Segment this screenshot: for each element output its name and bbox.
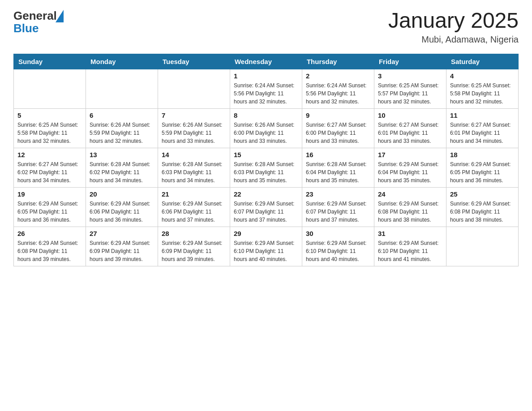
day-info: Sunrise: 6:24 AM Sunset: 5:56 PM Dayligh… [306,81,370,106]
day-info: Sunrise: 6:25 AM Sunset: 5:58 PM Dayligh… [17,121,82,145]
calendar-cell: 6Sunrise: 6:26 AM Sunset: 5:59 PM Daylig… [86,108,158,148]
day-number: 15 [234,151,298,158]
day-info: Sunrise: 6:29 AM Sunset: 6:10 PM Dayligh… [234,239,298,263]
calendar-cell: 10Sunrise: 6:27 AM Sunset: 6:01 PM Dayli… [374,108,446,148]
day-number: 13 [90,151,154,158]
day-number: 21 [162,190,226,198]
day-info: Sunrise: 6:28 AM Sunset: 6:04 PM Dayligh… [306,160,370,184]
day-number: 20 [90,190,154,198]
calendar-cell: 3Sunrise: 6:25 AM Sunset: 5:57 PM Daylig… [374,69,446,108]
day-info: Sunrise: 6:26 AM Sunset: 5:59 PM Dayligh… [90,121,154,145]
calendar-cell [86,69,158,108]
day-info: Sunrise: 6:29 AM Sunset: 6:09 PM Dayligh… [90,239,154,263]
day-number: 24 [378,190,442,198]
calendar-cell: 11Sunrise: 6:27 AM Sunset: 6:01 PM Dayli… [446,108,518,148]
day-number: 17 [378,151,442,158]
calendar-cell: 27Sunrise: 6:29 AM Sunset: 6:09 PM Dayli… [86,227,158,266]
day-info: Sunrise: 6:29 AM Sunset: 6:08 PM Dayligh… [450,200,515,224]
calendar-week-row: 5Sunrise: 6:25 AM Sunset: 5:58 PM Daylig… [14,108,519,148]
day-number: 12 [17,151,82,158]
calendar-cell: 24Sunrise: 6:29 AM Sunset: 6:08 PM Dayli… [374,187,446,227]
calendar-cell [14,69,86,108]
day-number: 2 [306,72,370,80]
day-number: 25 [450,190,515,198]
day-number: 26 [17,230,82,237]
calendar-cell: 23Sunrise: 6:29 AM Sunset: 6:07 PM Dayli… [302,187,374,227]
calendar-cell: 2Sunrise: 6:24 AM Sunset: 5:56 PM Daylig… [302,69,374,108]
location-title: Mubi, Adamawa, Nigeria [388,34,519,45]
page-header: General Blue January 2025 Mubi, Adamawa,… [13,9,519,45]
day-number: 10 [378,111,442,119]
calendar-week-row: 19Sunrise: 6:29 AM Sunset: 6:05 PM Dayli… [14,187,519,227]
day-info: Sunrise: 6:27 AM Sunset: 6:00 PM Dayligh… [306,121,370,145]
day-number: 22 [234,190,298,198]
day-number: 18 [450,151,515,158]
day-info: Sunrise: 6:27 AM Sunset: 6:01 PM Dayligh… [378,121,442,145]
calendar-header-wednesday: Wednesday [230,54,302,69]
day-info: Sunrise: 6:29 AM Sunset: 6:10 PM Dayligh… [378,239,442,263]
day-info: Sunrise: 6:29 AM Sunset: 6:05 PM Dayligh… [450,160,515,184]
calendar-cell: 1Sunrise: 6:24 AM Sunset: 5:56 PM Daylig… [230,69,302,108]
day-info: Sunrise: 6:28 AM Sunset: 6:02 PM Dayligh… [90,160,154,184]
calendar-cell: 22Sunrise: 6:29 AM Sunset: 6:07 PM Dayli… [230,187,302,227]
day-info: Sunrise: 6:29 AM Sunset: 6:08 PM Dayligh… [378,200,442,224]
day-number: 16 [306,151,370,158]
calendar-header-tuesday: Tuesday [158,54,230,69]
calendar-table: SundayMondayTuesdayWednesdayThursdayFrid… [13,54,519,266]
calendar-cell [446,227,518,266]
title-section: January 2025 Mubi, Adamawa, Nigeria [388,9,519,45]
calendar-cell: 30Sunrise: 6:29 AM Sunset: 6:10 PM Dayli… [302,227,374,266]
day-info: Sunrise: 6:27 AM Sunset: 6:02 PM Dayligh… [17,160,82,184]
day-info: Sunrise: 6:26 AM Sunset: 6:00 PM Dayligh… [234,121,298,145]
calendar-header-thursday: Thursday [302,54,374,69]
day-number: 6 [90,111,154,119]
logo-blue: Blue [13,22,64,34]
day-info: Sunrise: 6:29 AM Sunset: 6:04 PM Dayligh… [378,160,442,184]
day-number: 27 [90,230,154,237]
calendar-header-saturday: Saturday [446,54,518,69]
calendar-header-sunday: Sunday [14,54,86,69]
day-info: Sunrise: 6:29 AM Sunset: 6:06 PM Dayligh… [162,200,226,224]
calendar-header-friday: Friday [374,54,446,69]
day-info: Sunrise: 6:29 AM Sunset: 6:05 PM Dayligh… [17,200,82,224]
logo-general: General [13,10,57,21]
calendar-cell: 12Sunrise: 6:27 AM Sunset: 6:02 PM Dayli… [14,148,86,187]
day-number: 11 [450,111,515,119]
day-info: Sunrise: 6:27 AM Sunset: 6:01 PM Dayligh… [450,121,515,145]
calendar-cell: 18Sunrise: 6:29 AM Sunset: 6:05 PM Dayli… [446,148,518,187]
logo-triangle-icon [56,10,64,22]
day-info: Sunrise: 6:24 AM Sunset: 5:56 PM Dayligh… [234,81,298,106]
day-info: Sunrise: 6:26 AM Sunset: 5:59 PM Dayligh… [162,121,226,145]
day-info: Sunrise: 6:25 AM Sunset: 5:57 PM Dayligh… [378,81,442,106]
day-number: 28 [162,230,226,237]
calendar-cell: 8Sunrise: 6:26 AM Sunset: 6:00 PM Daylig… [230,108,302,148]
calendar-cell: 31Sunrise: 6:29 AM Sunset: 6:10 PM Dayli… [374,227,446,266]
day-number: 5 [17,111,82,119]
calendar-cell: 9Sunrise: 6:27 AM Sunset: 6:00 PM Daylig… [302,108,374,148]
day-number: 19 [17,190,82,198]
logo-text: General Blue [13,9,64,34]
day-info: Sunrise: 6:29 AM Sunset: 6:09 PM Dayligh… [162,239,226,263]
calendar-cell: 4Sunrise: 6:25 AM Sunset: 5:58 PM Daylig… [446,69,518,108]
calendar-cell: 29Sunrise: 6:29 AM Sunset: 6:10 PM Dayli… [230,227,302,266]
logo: General Blue [13,9,64,34]
month-title: January 2025 [388,9,519,33]
calendar-week-row: 1Sunrise: 6:24 AM Sunset: 5:56 PM Daylig… [14,69,519,108]
day-info: Sunrise: 6:29 AM Sunset: 6:08 PM Dayligh… [17,239,82,263]
calendar-week-row: 26Sunrise: 6:29 AM Sunset: 6:08 PM Dayli… [14,227,519,266]
day-number: 7 [162,111,226,119]
day-number: 14 [162,151,226,158]
calendar-cell: 14Sunrise: 6:28 AM Sunset: 6:03 PM Dayli… [158,148,230,187]
day-number: 3 [378,72,442,80]
day-number: 8 [234,111,298,119]
calendar-header-monday: Monday [86,54,158,69]
calendar-cell [158,69,230,108]
day-number: 29 [234,230,298,237]
day-info: Sunrise: 6:28 AM Sunset: 6:03 PM Dayligh… [162,160,226,184]
calendar-cell: 15Sunrise: 6:28 AM Sunset: 6:03 PM Dayli… [230,148,302,187]
calendar-cell: 5Sunrise: 6:25 AM Sunset: 5:58 PM Daylig… [14,108,86,148]
calendar-cell: 13Sunrise: 6:28 AM Sunset: 6:02 PM Dayli… [86,148,158,187]
day-number: 1 [234,72,298,80]
day-info: Sunrise: 6:28 AM Sunset: 6:03 PM Dayligh… [234,160,298,184]
calendar-week-row: 12Sunrise: 6:27 AM Sunset: 6:02 PM Dayli… [14,148,519,187]
